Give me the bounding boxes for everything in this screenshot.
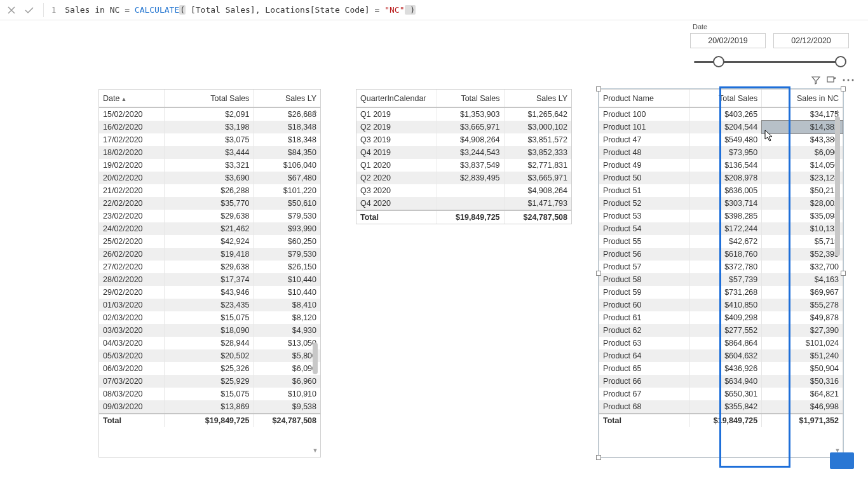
cell[interactable]: 21/02/2020 <box>99 184 165 197</box>
cell[interactable]: $4,930 <box>254 324 320 337</box>
table-row[interactable]: Q1 2019$1,353,903$1,265,642 <box>356 107 571 121</box>
table-row[interactable]: Product 61$409,298$49,878 <box>599 311 843 324</box>
cell[interactable]: $93,990 <box>254 222 320 235</box>
filter-icon[interactable] <box>811 75 821 85</box>
cell[interactable]: $35,770 <box>165 197 254 210</box>
cell[interactable]: 24/02/2020 <box>99 222 165 235</box>
cell[interactable]: $79,530 <box>254 210 320 222</box>
table-row[interactable]: Q3 2019$4,908,264$3,851,572 <box>356 133 571 146</box>
cell[interactable]: $4,908,264 <box>504 184 571 197</box>
cell[interactable]: Product 50 <box>599 172 689 184</box>
cell[interactable]: $84,350 <box>254 146 320 159</box>
cell[interactable]: $79,530 <box>254 248 320 261</box>
selection-handle[interactable] <box>841 271 846 276</box>
cell[interactable]: Q3 2020 <box>356 184 437 197</box>
cell[interactable]: $57,739 <box>689 273 762 286</box>
cell[interactable]: $3,665,971 <box>504 172 571 184</box>
cell[interactable]: $25,929 <box>165 375 254 388</box>
cell[interactable]: Q2 2020 <box>356 172 437 184</box>
table-row[interactable]: Product 49$136,544$14,056 <box>599 159 843 172</box>
cell[interactable]: $2,091 <box>165 107 254 121</box>
cell[interactable]: $6,090 <box>254 362 320 375</box>
cell[interactable]: $29,638 <box>165 210 254 222</box>
cell[interactable]: $26,288 <box>165 184 254 197</box>
cell[interactable]: $26,150 <box>254 261 320 273</box>
table-row[interactable]: Product 54$172,244$10,132 <box>599 222 843 235</box>
table-row[interactable]: 28/02/2020$17,374$10,440 <box>99 273 320 286</box>
table-row[interactable]: 08/03/2020$15,075$10,910 <box>99 388 320 400</box>
cell[interactable]: $35,098 <box>762 210 843 222</box>
table-row[interactable]: Q4 2020$1,471,793 <box>356 197 571 210</box>
scroll-down-icon[interactable]: ▼ <box>311 447 319 454</box>
table-row[interactable]: Product 51$636,005$50,211 <box>599 184 843 197</box>
cell[interactable]: Product 66 <box>599 375 689 388</box>
table-row[interactable]: 04/03/2020$28,944$13,050 <box>99 337 320 349</box>
table-row[interactable]: Product 65$436,926$50,904 <box>599 362 843 375</box>
quarter-col-header[interactable]: QuarterInCalendar <box>356 90 437 107</box>
cell[interactable]: $3,851,572 <box>504 133 571 146</box>
product-name-header[interactable]: Product Name <box>599 90 689 107</box>
cell[interactable]: $73,950 <box>689 146 762 159</box>
cell[interactable]: Q1 2019 <box>356 107 437 121</box>
cell[interactable] <box>437 184 504 197</box>
table-row[interactable]: Product 62$277,552$27,390 <box>599 324 843 337</box>
selection-handle[interactable] <box>596 86 601 92</box>
cell[interactable]: 29/02/2020 <box>99 286 165 299</box>
total-sales-col-header[interactable]: Total Sales <box>165 90 254 107</box>
scroll-up-icon[interactable]: ▲ <box>311 107 319 115</box>
cell[interactable]: $372,780 <box>689 261 762 273</box>
table-row[interactable]: 07/03/2020$25,929$6,960 <box>99 375 320 388</box>
table-row[interactable]: 26/02/2020$19,418$79,530 <box>99 248 320 261</box>
cell[interactable]: Product 57 <box>599 261 689 273</box>
cell[interactable]: $18,090 <box>165 324 254 337</box>
cell[interactable]: $32,700 <box>762 261 843 273</box>
cell[interactable]: $2,839,495 <box>437 172 504 184</box>
cell[interactable]: $27,390 <box>762 324 843 337</box>
scroll-up-icon[interactable]: ▲ <box>834 107 841 115</box>
cell[interactable]: Product 65 <box>599 362 689 375</box>
cell[interactable]: $2,771,831 <box>504 159 571 172</box>
date-to-input[interactable]: 02/12/2020 <box>773 33 849 48</box>
table-row[interactable]: Product 55$42,672$5,715 <box>599 235 843 248</box>
cell[interactable]: $26,688 <box>254 107 320 121</box>
cell[interactable]: $864,864 <box>689 337 762 349</box>
cell[interactable]: $49,878 <box>762 311 843 324</box>
table-row[interactable]: 19/02/2020$3,321$106,040 <box>99 159 320 172</box>
cell[interactable]: $43,946 <box>165 286 254 299</box>
date-range-slider[interactable] <box>694 55 845 70</box>
cell[interactable] <box>437 197 504 210</box>
sales-ly-col-header[interactable]: Sales LY <box>254 90 320 107</box>
cell[interactable]: $23,128 <box>762 172 843 184</box>
table-row[interactable]: 02/03/2020$15,075$8,120 <box>99 311 320 324</box>
table-row[interactable]: 20/02/2020$3,690$67,480 <box>99 172 320 184</box>
cell[interactable]: $50,904 <box>762 362 843 375</box>
cell[interactable]: $21,462 <box>165 222 254 235</box>
cell[interactable]: $208,978 <box>689 172 762 184</box>
cell[interactable]: Product 64 <box>599 349 689 362</box>
cell[interactable]: $10,440 <box>254 273 320 286</box>
cell[interactable]: $8,120 <box>254 311 320 324</box>
cell[interactable]: $28,002 <box>762 197 843 210</box>
table-row[interactable]: Product 67$650,301$64,821 <box>599 388 843 400</box>
cell[interactable]: $4,163 <box>762 273 843 286</box>
cell[interactable]: $19,418 <box>165 248 254 261</box>
date-from-input[interactable]: 20/02/2019 <box>690 33 766 48</box>
quarter-table-visual[interactable]: QuarterInCalendar Total Sales Sales LY Q… <box>356 89 572 224</box>
cell[interactable]: 25/02/2020 <box>99 235 165 248</box>
cell[interactable]: $20,502 <box>165 349 254 362</box>
table-row[interactable]: Product 50$208,978$23,128 <box>599 172 843 184</box>
cell[interactable]: Product 63 <box>599 337 689 349</box>
cell[interactable]: $9,538 <box>254 400 320 414</box>
cell[interactable]: 19/02/2020 <box>99 159 165 172</box>
cell[interactable]: $46,998 <box>762 400 843 414</box>
table-row[interactable]: Q3 2020$4,908,264 <box>356 184 571 197</box>
cell[interactable]: $409,298 <box>689 311 762 324</box>
product-scrollbar[interactable]: ▲ ▼ <box>834 107 841 454</box>
table-row[interactable]: Product 57$372,780$32,700 <box>599 261 843 273</box>
table-row[interactable]: 29/02/2020$43,946$10,440 <box>99 286 320 299</box>
cell[interactable]: $34,175 <box>762 107 843 121</box>
qtr-sales-ly-header[interactable]: Sales LY <box>504 90 571 107</box>
cell[interactable]: $1,471,793 <box>504 197 571 210</box>
table-row[interactable]: Product 66$634,940$50,316 <box>599 375 843 388</box>
cell[interactable]: 15/02/2020 <box>99 107 165 121</box>
